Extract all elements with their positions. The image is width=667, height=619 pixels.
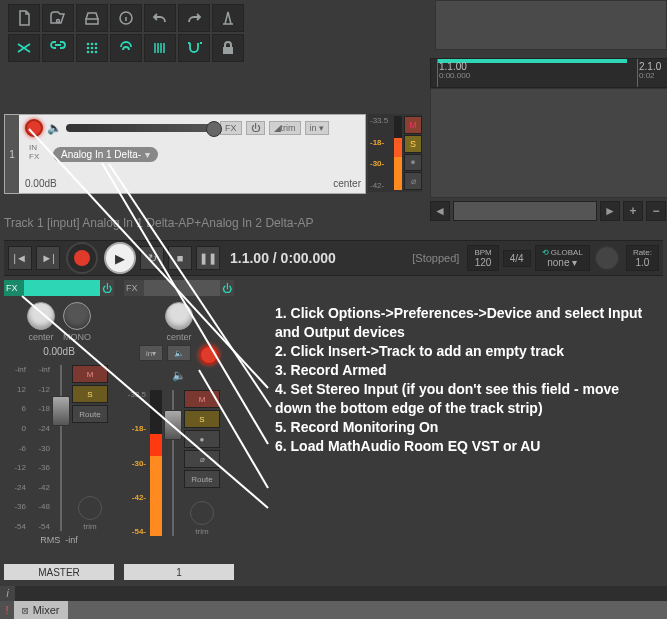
transport-state: [Stopped] <box>412 252 459 264</box>
play-button[interactable]: ▶ <box>104 242 136 274</box>
pan-readout: center <box>333 178 361 189</box>
solo-button[interactable]: S <box>184 410 220 428</box>
scroll-right-button[interactable]: ► <box>600 201 620 221</box>
go-end-button[interactable]: ►| <box>36 246 60 270</box>
timeline-ruler[interactable]: 1.1.00 0:00.000 2.1.0 0:02 <box>430 58 667 88</box>
mixer-channel-master: FX⏻ center MONO 0.00dB -inf1260-6-12-24-… <box>4 280 114 580</box>
bpm-box[interactable]: BPM 120 <box>467 245 498 271</box>
mono-knob[interactable] <box>63 302 91 330</box>
close-icon[interactable]: ⊠ <box>22 604 29 617</box>
svg-point-7 <box>91 47 94 50</box>
svg-point-6 <box>87 47 90 50</box>
go-start-button[interactable]: |◄ <box>8 246 32 270</box>
record-monitor-button[interactable] <box>199 345 219 365</box>
pause-button[interactable]: ❚❚ <box>196 246 220 270</box>
undo-icon[interactable] <box>144 4 176 32</box>
pan-knob[interactable] <box>165 302 193 330</box>
mute-button[interactable]: M <box>184 390 220 408</box>
instructions-overlay: 1. Click Options->Preferences->Device an… <box>275 304 647 456</box>
trim-button[interactable]: ◢trim <box>269 121 301 135</box>
track-scale: -33.5 -18- -30- -42- -54- <box>124 388 148 538</box>
ripple-icon[interactable] <box>110 34 142 62</box>
link-icon[interactable] <box>42 34 74 62</box>
master-scale-left: -inf1260-6-12-24-36-54 <box>4 363 28 533</box>
speaker-icon[interactable]: 🔈 <box>47 121 62 135</box>
open-icon[interactable] <box>42 4 74 32</box>
channel-name[interactable]: MASTER <box>4 564 114 580</box>
svg-point-4 <box>91 43 94 46</box>
bars-icon[interactable] <box>144 34 176 62</box>
stop-button[interactable]: ■ <box>168 246 192 270</box>
metronome-icon[interactable] <box>212 4 244 32</box>
track-number[interactable]: 1 <box>5 115 19 193</box>
track-meter <box>150 390 162 536</box>
in-selector[interactable]: in ▾ <box>139 345 163 361</box>
marker-icon[interactable]: ! <box>0 601 14 619</box>
info-icon[interactable] <box>110 4 142 32</box>
fx-button[interactable]: FX <box>220 121 242 135</box>
track-fx-slot[interactable]: FX⏻ <box>124 280 234 296</box>
zoom-in-button[interactable]: + <box>623 201 643 221</box>
new-file-icon[interactable] <box>8 4 40 32</box>
master-scale-right: -inf-12-18-24-30-36-42-48-54 <box>28 363 52 533</box>
tab-mixer[interactable]: ⊠ Mixer <box>14 601 68 619</box>
time-signature[interactable]: 4/4 <box>503 250 531 267</box>
record-button[interactable] <box>66 242 98 274</box>
envelope-button[interactable] <box>78 496 102 520</box>
phase-button[interactable]: ⌀ <box>404 172 422 190</box>
ruler-mark: 1.1.00 0:00.000 <box>439 61 470 80</box>
pan-knob[interactable] <box>27 302 55 330</box>
trim-label: trim <box>184 527 220 536</box>
info-bar: i <box>0 586 667 601</box>
volume-readout: 0.00dB <box>25 178 57 189</box>
crossfade-icon[interactable] <box>8 34 40 62</box>
scroll-track[interactable] <box>453 201 597 221</box>
transport-bar: |◄ ►| ▶ ↻ ■ ❚❚ 1.1.00 / 0:00.000 [Stoppe… <box>4 240 663 276</box>
phase-button[interactable]: ⌀ <box>184 450 220 468</box>
svg-point-8 <box>95 47 98 50</box>
main-toolbar <box>8 4 244 64</box>
mixer-channel-track1: FX⏻ center in ▾ 🔈 🔈 -33.5 -18- -30- <box>124 280 234 580</box>
trim-label: trim <box>72 522 108 531</box>
master-mute-button[interactable]: M <box>72 365 108 383</box>
global-box[interactable]: ⟲ GLOBAL none ▾ <box>535 245 590 271</box>
route-button[interactable]: Route <box>184 470 220 488</box>
save-icon[interactable] <box>76 4 108 32</box>
svg-point-0 <box>57 20 60 23</box>
master-fader[interactable] <box>54 365 68 531</box>
input-source-pill[interactable]: Analog In 1 Delta-▾ <box>53 147 158 162</box>
svg-rect-1 <box>86 19 98 24</box>
redo-icon[interactable] <box>178 4 210 32</box>
timecode-display[interactable]: 1.1.00 / 0:00.000 <box>230 250 336 266</box>
speaker-button[interactable]: 🔈 <box>167 345 191 361</box>
track-panel: 1 🔈 FX ⏻ ◢trim in ▾ IN FX Analog In 1 De… <box>4 114 366 194</box>
empty-pane <box>435 0 667 50</box>
track-fader[interactable] <box>166 390 180 536</box>
scroll-left-button[interactable]: ◄ <box>430 201 450 221</box>
speaker-icon: 🔈 <box>172 369 186 381</box>
master-fx-slot[interactable]: FX⏻ <box>4 280 114 296</box>
solo-button[interactable]: S <box>404 135 422 153</box>
input-selector[interactable]: in ▾ <box>305 121 330 135</box>
lock-icon[interactable] <box>212 34 244 62</box>
info-icon[interactable]: i <box>0 586 15 601</box>
snap-icon[interactable] <box>178 34 210 62</box>
arrange-area[interactable] <box>430 88 667 198</box>
record-button[interactable]: ● <box>404 154 422 172</box>
record-arm-button[interactable] <box>25 119 43 137</box>
volume-slider[interactable] <box>66 124 216 132</box>
mute-button[interactable]: M <box>404 116 422 134</box>
master-solo-button[interactable]: S <box>72 385 108 403</box>
arrange-scrollbar: ◄ ► + − <box>430 201 666 221</box>
rate-knob[interactable] <box>594 245 620 271</box>
power-button[interactable]: ⏻ <box>246 121 265 135</box>
grid-icon[interactable] <box>76 34 108 62</box>
master-db-readout: 0.00dB <box>4 346 114 357</box>
master-route-button[interactable]: Route <box>72 405 108 423</box>
rec-button[interactable]: ● <box>184 430 220 448</box>
ruler-mark: 2.1.0 0:02 <box>639 61 661 80</box>
channel-name[interactable]: 1 <box>124 564 234 580</box>
envelope-button[interactable] <box>190 501 214 525</box>
loop-button[interactable]: ↻ <box>140 246 164 270</box>
zoom-out-button[interactable]: − <box>646 201 666 221</box>
